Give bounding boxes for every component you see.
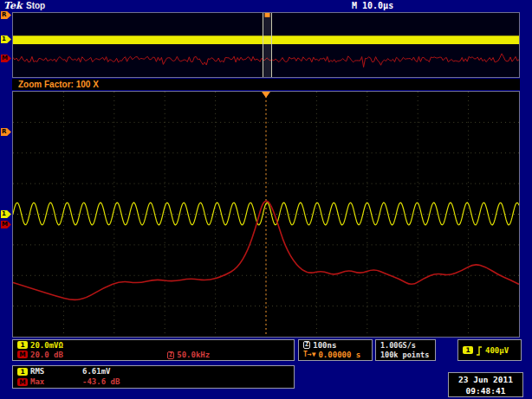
acquisition-readout[interactable]: 1.00GS/s 100k points — [375, 339, 436, 361]
zoom-icon: Z — [303, 341, 310, 349]
math-scale: 20.0 dB — [30, 351, 63, 359]
trace-marker-m: M — [1, 55, 11, 62]
zoom-factor-label: Zoom Factor: 100 X — [18, 80, 99, 89]
measurement-row: 1 RMS 6.61mV — [13, 366, 294, 376]
measurements-readout[interactable]: 1 RMS 6.61mV M Max -43.6 dB — [12, 365, 295, 389]
zoom-waveform-area[interactable] — [12, 91, 520, 338]
trace-marker-r: R — [1, 11, 11, 19]
top-status-bar: Tek Stop M 10.0µs — [0, 0, 532, 12]
math-zoom-scale: 50.0kHz — [177, 351, 210, 359]
date-label: 23 Jun 2011 — [449, 374, 522, 385]
ch1-badge[interactable]: 1 — [17, 341, 28, 349]
zoom-factor-bar: Zoom Factor: 100 X — [12, 79, 520, 90]
trigger-readout[interactable]: 1 400µV — [457, 339, 522, 361]
datetime-box: 23 Jun 2011 09:48:41 — [448, 372, 523, 397]
time-label: 09:48:41 — [449, 385, 522, 396]
math-badge[interactable]: M — [17, 351, 28, 358]
vertical-scales-readout[interactable]: 1 20.0mVΩ M 20.0 dB Z 50.0kHz — [12, 339, 295, 361]
trace-marker-r: R — [1, 128, 11, 136]
zoom-waveforms-svg — [13, 92, 519, 337]
overview-waveform-window[interactable] — [12, 12, 520, 78]
record-length: 100k points — [380, 351, 429, 359]
measurement-row: M Max -43.6 dB — [13, 376, 294, 387]
ch1-scale-line: 1 20.0mVΩ — [13, 340, 294, 350]
meas1-source-badge: 1 — [17, 368, 28, 376]
meas2-value: -43.6 dB — [82, 377, 120, 386]
main-left-markers: R1M — [0, 91, 11, 338]
meas1-value: 6.61mV — [82, 367, 111, 376]
oscilloscope-screen: Tek Stop M 10.0µs R1M Zoom Factor: 100 X… — [0, 0, 532, 399]
trigger-level: 400µV — [485, 346, 509, 355]
ch1-scale: 20.0mVΩ — [30, 341, 63, 350]
sample-rate: 1.00GS/s — [380, 341, 416, 350]
zoom-timebase-line: Z 100ns — [299, 340, 372, 350]
zoom-timebase: 100ns — [313, 341, 336, 350]
meas1-name: RMS — [30, 367, 44, 376]
trigger-source-badge[interactable]: 1 — [463, 346, 473, 354]
rising-edge-icon — [476, 345, 483, 356]
acquisition-status[interactable]: Stop — [26, 1, 45, 10]
math-scale-line: M 20.0 dB Z 50.0kHz — [13, 350, 294, 359]
main-timebase-readout[interactable]: M 10.0µs — [352, 1, 393, 10]
trigger-position-line: T→▼ 0.00000 s — [299, 350, 372, 359]
trigger-position-icon: T→▼ — [303, 351, 315, 358]
overview-left-markers: R1M — [0, 12, 11, 78]
trace-marker-m: M — [1, 221, 11, 228]
zoom-icon: Z — [167, 351, 174, 359]
trigger-position-value: 0.00000 s — [318, 351, 360, 359]
meas2-source-badge: M — [17, 378, 28, 386]
horizontal-readout[interactable]: Z 100ns T→▼ 0.00000 s — [298, 339, 373, 361]
trace-marker-1: 1 — [1, 35, 11, 43]
overview-waveforms-svg — [13, 13, 519, 77]
math-zoom-scale-group: Z 50.0kHz — [167, 351, 210, 359]
tek-logo: Tek — [3, 0, 23, 11]
meas2-name: Max — [30, 377, 44, 386]
trace-marker-1: 1 — [1, 210, 11, 218]
